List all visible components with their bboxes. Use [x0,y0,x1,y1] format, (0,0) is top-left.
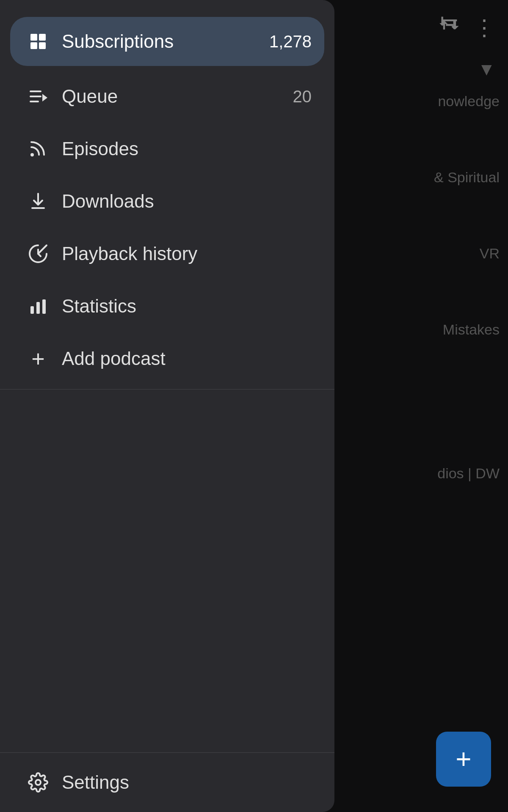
svg-point-12 [36,780,41,785]
sidebar-item-subscriptions[interactable]: Subscriptions 1,278 [10,17,324,66]
sidebar-item-add-podcast[interactable]: + Add podcast [0,332,334,385]
playback-history-label: Playback history [62,243,312,264]
add-podcast-fab-button[interactable]: + [436,732,491,787]
svg-marker-7 [42,94,47,102]
queue-label: Queue [62,86,293,107]
sidebar-item-queue[interactable]: Queue 20 [0,70,334,123]
downloads-icon [23,186,53,217]
sidebar-item-downloads[interactable]: Downloads [0,175,334,228]
statistics-icon [23,291,53,321]
drawer-nav: Subscriptions 1,278 Queue 20 [0,0,334,752]
add-podcast-icon: + [23,343,53,374]
episodes-label: Episodes [62,138,312,159]
svg-rect-0 [30,34,37,41]
sidebar-item-statistics[interactable]: Statistics [0,280,334,332]
subscriptions-grid-icon [23,26,53,57]
svg-rect-11 [42,299,46,314]
sidebar-item-settings[interactable]: Settings [0,752,334,812]
settings-label: Settings [62,772,129,793]
svg-rect-9 [30,306,34,314]
queue-count: 20 [293,87,312,106]
statistics-label: Statistics [62,296,312,317]
sidebar-item-playback-history[interactable]: Playback history [0,228,334,280]
queue-icon [23,81,53,112]
svg-rect-1 [39,34,46,41]
sidebar-item-episodes[interactable]: Episodes [0,123,334,175]
fab-plus-icon: + [456,743,471,775]
add-podcast-label: Add podcast [62,348,312,369]
episodes-rss-icon [23,134,53,164]
downloads-label: Downloads [62,191,312,212]
svg-rect-3 [39,42,46,49]
navigation-drawer: Subscriptions 1,278 Queue 20 [0,0,334,812]
drawer-divider [0,389,334,390]
svg-rect-2 [30,42,37,49]
svg-rect-10 [36,302,40,314]
subscriptions-label: Subscriptions [62,31,269,52]
settings-gear-icon [23,767,53,798]
subscriptions-count: 1,278 [269,32,312,51]
playback-history-icon [23,239,53,269]
svg-point-8 [30,153,34,156]
